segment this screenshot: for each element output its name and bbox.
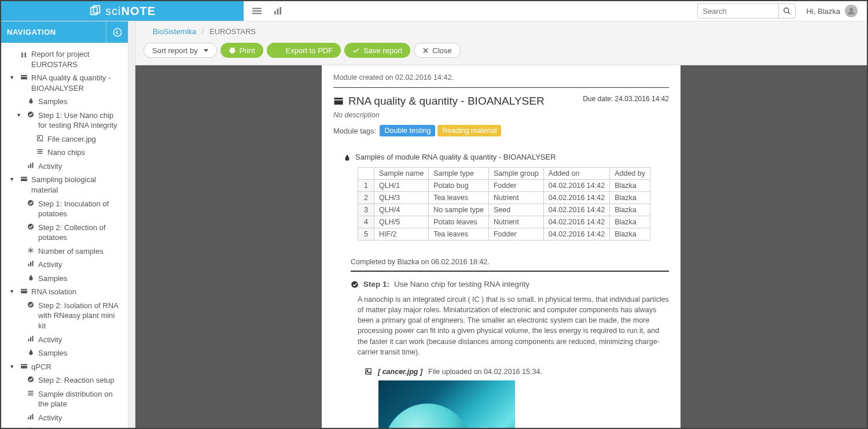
svg-rect-39 xyxy=(21,364,27,365)
tree-item[interactable]: Samples xyxy=(5,272,126,286)
svg-rect-15 xyxy=(38,135,43,140)
report-canvas[interactable]: Module created on 02.02.2016 14:42. RNA … xyxy=(135,65,867,428)
table-cell: Tea leaves xyxy=(429,192,489,204)
table-cell: Blazka xyxy=(610,204,650,216)
svg-rect-43 xyxy=(28,393,34,394)
sort-button[interactable]: Sort report by xyxy=(144,43,217,58)
svg-rect-22 xyxy=(32,162,34,168)
save-report-button[interactable]: Save report xyxy=(344,43,410,58)
tree-item[interactable]: ▾qPCR xyxy=(5,360,126,374)
activity-icon xyxy=(27,413,35,420)
tree-item[interactable]: Activity xyxy=(5,258,126,272)
user-greeting: Hi, Blazka xyxy=(806,7,840,16)
tree-label: Samples xyxy=(38,348,123,358)
svg-rect-46 xyxy=(30,415,31,420)
table-cell: QLH/5 xyxy=(374,216,429,228)
tree-item[interactable]: Samples xyxy=(5,424,126,428)
no-description: No description xyxy=(333,111,669,119)
check-icon xyxy=(27,111,35,118)
svg-rect-63 xyxy=(334,101,343,105)
tree-item[interactable]: Step 2: Collection of potatoes xyxy=(5,221,126,245)
table-header: Sample type xyxy=(429,168,489,180)
tree-label: Nano chips xyxy=(47,147,123,158)
table-row: 5HIF/2Tea leavesFodder04.02.2016 14:42Bl… xyxy=(358,228,650,241)
tree-item[interactable]: Step 2: Isolation of RNA with RNeasy pla… xyxy=(5,299,126,333)
table-cell: Blazka xyxy=(610,228,650,241)
file-meta: File uploaded on 04.02.2016 15:34. xyxy=(428,368,542,376)
export-label: Export to PDF xyxy=(286,46,333,55)
module-title-text: RNA quality & quantity - BIOANALYSER xyxy=(348,95,545,108)
step-title: Use Nano chip for testing RNA integrity xyxy=(394,280,529,289)
tree-item[interactable]: Nano chips xyxy=(5,146,126,160)
tree-label: Activity xyxy=(38,413,123,423)
table-header: Sample name xyxy=(374,168,429,180)
svg-rect-17 xyxy=(38,149,43,150)
table-cell: No sample type xyxy=(429,204,489,216)
tree-label: Step 2: Collection of potatoes xyxy=(38,223,123,243)
tree-item[interactable]: ▾RNA quality & quantity - BIOANALYSER xyxy=(5,71,126,95)
tree-label: Number of samples xyxy=(38,246,123,257)
breadcrumb-sep: / xyxy=(202,27,204,36)
svg-point-64 xyxy=(351,281,358,288)
table-cell: Blazka xyxy=(610,180,650,192)
asterisk-icon xyxy=(27,247,35,254)
search-input[interactable] xyxy=(697,3,778,19)
tree-item[interactable]: ▾Step 1: Use Nano chip for testing RNA i… xyxy=(5,109,126,132)
download-icon xyxy=(275,47,282,54)
tree-item[interactable]: ▾RNA isolation xyxy=(5,285,126,299)
tree-item[interactable]: Number of samples xyxy=(5,245,126,258)
table-cell: QLH/4 xyxy=(374,204,429,216)
tree-item[interactable]: HReport for project EUROSTARS xyxy=(5,47,126,71)
sidebar-scrollbar[interactable] xyxy=(128,21,135,428)
svg-rect-30 xyxy=(28,264,30,267)
search-button[interactable] xyxy=(778,3,796,19)
tree-item[interactable]: Step 1: Inoculation of potatoes xyxy=(5,197,126,221)
tree-label: Report for project EUROSTARS xyxy=(31,49,123,69)
tree-item[interactable]: File cancer.jpg xyxy=(5,132,126,146)
table-cell: Fodder xyxy=(488,228,543,241)
svg-rect-23 xyxy=(21,177,27,178)
step-number: Step 1: xyxy=(363,280,389,289)
tree-item[interactable]: Activity xyxy=(5,411,126,425)
tree-item[interactable]: Samples xyxy=(5,346,126,360)
tree-item[interactable]: Activity xyxy=(5,160,126,173)
tree-item[interactable]: Activity xyxy=(5,333,126,347)
tree-item[interactable]: Step 2: Reaction setup xyxy=(5,373,126,387)
chart-icon[interactable] xyxy=(273,6,282,16)
activity-icon xyxy=(27,335,35,342)
svg-rect-13 xyxy=(21,77,27,79)
tree-label: Samples xyxy=(38,97,123,107)
table-cell: Nutrient xyxy=(488,216,543,228)
table-cell: Seed xyxy=(488,204,543,216)
brand-logo[interactable]: sciNOTE xyxy=(1,1,244,21)
tree-item[interactable]: ▾Sampling biological material xyxy=(5,173,126,197)
tree-label: File cancer.jpg xyxy=(47,134,123,145)
tree-item[interactable]: Samples xyxy=(5,95,126,109)
table-cell: Blazka xyxy=(610,192,650,204)
print-button[interactable]: Print xyxy=(220,43,263,58)
activity-icon xyxy=(27,162,35,169)
close-button[interactable]: Close xyxy=(414,43,460,58)
svg-rect-6 xyxy=(277,9,279,14)
table-cell: Potato bug xyxy=(429,180,489,192)
print-label: Print xyxy=(240,46,255,55)
breadcrumb-root[interactable]: BioSistemika xyxy=(153,27,196,36)
menu-icon[interactable] xyxy=(252,6,262,16)
samples-header: Samples of module RNA quality & quantity… xyxy=(344,153,669,161)
svg-rect-44 xyxy=(28,394,34,395)
list-icon xyxy=(27,390,35,397)
close-icon xyxy=(422,47,429,54)
sidebar-collapse-button[interactable] xyxy=(106,21,128,43)
svg-point-8 xyxy=(784,8,789,13)
activity-icon xyxy=(27,260,35,267)
table-cell: Blazka xyxy=(610,216,650,228)
tree-item[interactable]: Sample distribution on the plate xyxy=(5,387,126,411)
svg-rect-65 xyxy=(366,369,372,375)
nav-tree[interactable]: HReport for project EUROSTARS▾RNA qualit… xyxy=(1,43,128,428)
tree-label: Samples xyxy=(38,273,123,284)
sidebar: NAVIGATION HReport for project EUROSTARS… xyxy=(1,21,128,428)
export-pdf-button[interactable]: Export to PDF xyxy=(267,43,341,58)
user-menu[interactable]: Hi, Blazka xyxy=(806,1,867,21)
check-icon xyxy=(27,199,35,206)
table-cell: 5 xyxy=(358,228,374,241)
